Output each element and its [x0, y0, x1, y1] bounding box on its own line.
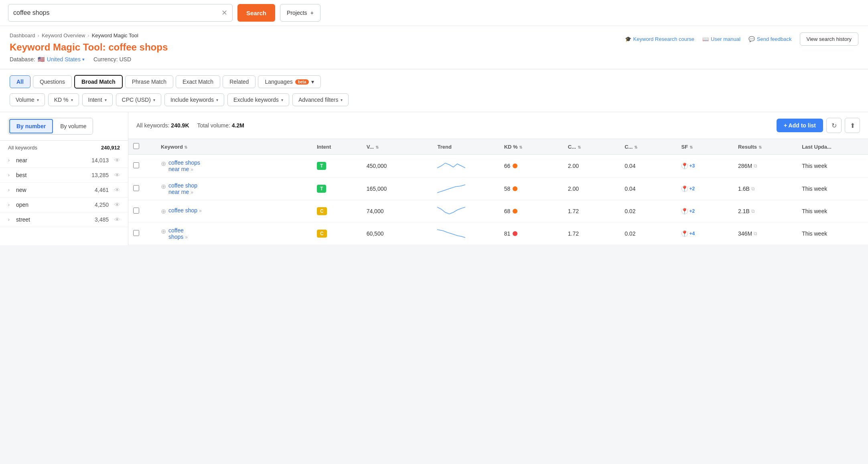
copy-icon-0[interactable]: ⧉: [754, 163, 757, 169]
row-results-cell-3: 346M ⧉: [733, 222, 797, 245]
tab-all[interactable]: All: [10, 75, 30, 88]
table-header-row: All keywords: 240.9K Total volume: 4.2M …: [128, 112, 868, 139]
copy-icon-2[interactable]: ⧉: [751, 208, 755, 214]
row-checkbox-0[interactable]: [133, 162, 139, 168]
db-country-link[interactable]: United States ▾: [47, 56, 85, 63]
kd-dot-2: [513, 209, 517, 214]
col-kd[interactable]: KD % ⇅: [499, 139, 563, 155]
tab-phrase-match[interactable]: Phrase Match: [125, 75, 173, 88]
copy-icon-3[interactable]: ⧉: [754, 231, 757, 236]
keyword-link-2[interactable]: coffee shop »: [168, 207, 202, 214]
tab-questions[interactable]: Questions: [33, 75, 72, 88]
filter-volume[interactable]: Volume ▾: [10, 93, 45, 106]
keyword-plus-icon-1[interactable]: ⊕: [161, 183, 166, 190]
breadcrumb-dashboard[interactable]: Dashboard: [10, 32, 35, 38]
col-trend: Trend: [432, 139, 499, 155]
sidebar-item-eye-icon-4[interactable]: 👁: [114, 216, 120, 223]
row-cpc1-cell-1: 2.00: [563, 178, 620, 200]
sort-by-volume-button[interactable]: By volume: [54, 118, 93, 134]
select-all-checkbox[interactable]: [133, 143, 139, 149]
course-label: Keyword Research course: [633, 36, 694, 42]
breadcrumb-sep-1: ›: [38, 32, 39, 38]
filter-advanced[interactable]: Advanced filters ▾: [292, 93, 349, 106]
keyword-link-1[interactable]: coffee shopnear me »: [168, 182, 197, 195]
filter-intent[interactable]: Intent ▾: [82, 93, 113, 106]
sidebar-item-best[interactable]: › best 13,285 👁: [0, 168, 128, 183]
refresh-button[interactable]: ↻: [826, 118, 842, 133]
tab-broad-match[interactable]: Broad Match: [74, 75, 123, 89]
kd-dot-1: [513, 186, 517, 191]
col-keyword[interactable]: Keyword ⇅: [156, 139, 312, 155]
projects-button[interactable]: Projects +: [280, 4, 320, 22]
sidebar-item-open[interactable]: › open 4,250 👁: [0, 198, 128, 212]
db-row: Database: 🇺🇸 United States ▾ Currency: U…: [10, 56, 168, 63]
keyword-link-0[interactable]: coffee shopsnear me »: [168, 159, 200, 172]
advanced-caret-icon: ▾: [341, 98, 343, 102]
row-checkbox-3[interactable]: [133, 230, 139, 236]
page-title: Keyword Magic Tool: coffee shops: [10, 42, 168, 53]
clear-button[interactable]: ✕: [221, 9, 227, 16]
col-cpc1[interactable]: C... ⇅: [563, 139, 620, 155]
search-input[interactable]: [13, 9, 218, 16]
row-updated-cell-3: This week: [797, 222, 868, 245]
page-title-row: Keyword Magic Tool: coffee shops: [10, 42, 168, 53]
cpc2-value-3: 0.02: [625, 230, 635, 237]
filter-include[interactable]: Include keywords ▾: [164, 93, 224, 106]
keyword-plus-icon-2[interactable]: ⊕: [161, 208, 166, 215]
chat-icon: 💬: [748, 36, 755, 42]
col-results[interactable]: Results ⇅: [733, 139, 797, 155]
col-cpc2[interactable]: C... ⇅: [620, 139, 676, 155]
sidebar-item-label-0: near: [16, 157, 88, 163]
row-checkbox-cell-2: [128, 200, 156, 222]
kd-caret-icon: ▾: [71, 98, 73, 102]
sf-plus-0[interactable]: +3: [690, 163, 695, 169]
projects-plus-icon: +: [310, 10, 314, 16]
sort-by-number-button[interactable]: By number: [9, 119, 53, 133]
sidebar-item-eye-icon-0[interactable]: 👁: [114, 157, 120, 163]
add-to-list-button[interactable]: + Add to list: [777, 119, 823, 132]
sidebar-item-eye-icon-2[interactable]: 👁: [114, 187, 120, 193]
keyword-link-3[interactable]: coffeeshops »: [168, 227, 188, 240]
cpc2-value-1: 0.04: [625, 186, 635, 192]
filter-row: Volume ▾ KD % ▾ Intent ▾ CPC (USD) ▾ Inc…: [10, 93, 858, 106]
tab-related[interactable]: Related: [223, 75, 256, 88]
sf-plus-1[interactable]: +2: [690, 186, 695, 192]
row-keyword-cell-0: ⊕ coffee shopsnear me »: [156, 155, 312, 178]
table-row: ⊕ coffee shopnear me » T 165,000 58 2.00: [128, 178, 868, 200]
sidebar-item-eye-icon-1[interactable]: 👁: [114, 172, 120, 178]
row-checkbox-2[interactable]: [133, 208, 139, 214]
keyword-arrows-0: »: [191, 167, 193, 172]
sidebar-item-eye-icon-3[interactable]: 👁: [114, 202, 120, 208]
sf-plus-3[interactable]: +4: [690, 231, 695, 236]
breadcrumb: Dashboard › Keyword Overview › Keyword M…: [10, 32, 168, 38]
export-button[interactable]: ⬆: [845, 118, 860, 133]
export-icon: ⬆: [850, 122, 855, 129]
row-intent-cell-3: C: [312, 222, 362, 245]
keyword-plus-icon-0[interactable]: ⊕: [161, 160, 166, 167]
view-history-button[interactable]: View search history: [800, 32, 858, 46]
sidebar-item-near[interactable]: › near 14,013 👁: [0, 153, 128, 168]
filter-kd[interactable]: KD % ▾: [48, 93, 79, 106]
filter-cpc[interactable]: CPC (USD) ▾: [116, 93, 161, 106]
filter-exclude[interactable]: Exclude keywords ▾: [227, 93, 289, 106]
sidebar-item-new[interactable]: › new 4,461 👁: [0, 183, 128, 198]
send-feedback-link[interactable]: 💬 Send feedback: [748, 36, 792, 42]
search-button[interactable]: Search: [237, 4, 275, 22]
col-volume[interactable]: V... ⇅: [362, 139, 433, 155]
breadcrumb-keyword-overview[interactable]: Keyword Overview: [42, 32, 85, 38]
user-manual-link[interactable]: 📖 User manual: [702, 36, 740, 42]
tab-exact-match[interactable]: Exact Match: [176, 75, 220, 88]
keyword-course-link[interactable]: 🎓 Keyword Research course: [625, 36, 694, 42]
updated-value-0: This week: [802, 163, 827, 169]
col-sf[interactable]: SF ⇅: [677, 139, 733, 155]
row-checkbox-1[interactable]: [133, 185, 139, 191]
keyword-plus-icon-3[interactable]: ⊕: [161, 228, 166, 235]
row-cpc2-cell-0: 0.04: [620, 155, 676, 178]
intent-badge-0: T: [317, 162, 326, 170]
copy-icon-1[interactable]: ⧉: [751, 186, 755, 192]
sidebar-item-street[interactable]: › street 3,485 👁: [0, 212, 128, 227]
sf-plus-2[interactable]: +2: [690, 208, 695, 214]
results-value-0: 286M: [738, 163, 752, 169]
tab-languages[interactable]: Languages beta ▾: [258, 75, 321, 88]
results-sort-icon: ⇅: [758, 145, 762, 149]
